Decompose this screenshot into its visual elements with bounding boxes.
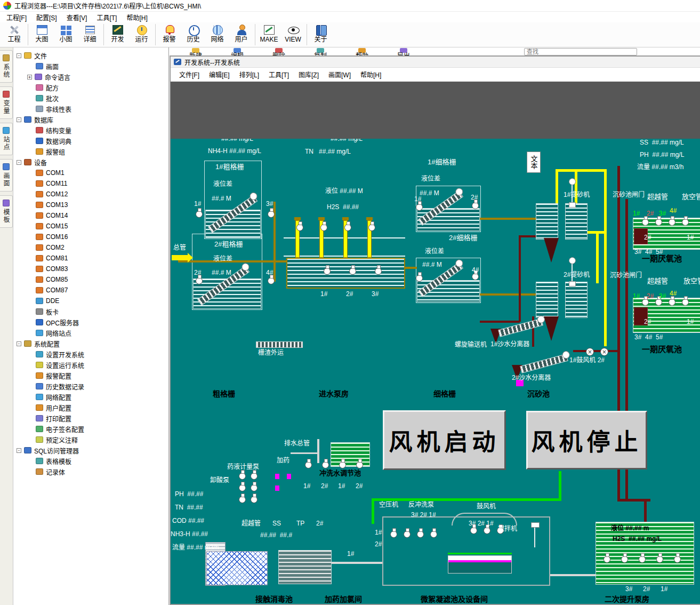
device-icon bbox=[24, 159, 31, 165]
content-toolbar-编辑[interactable]: 编辑 bbox=[216, 47, 258, 55]
tree-item-记录体[interactable]: 记录体 bbox=[13, 466, 168, 477]
main-toolbar: 工程大图小图详细开发运行报警历史网络用户MAKEVIEW关于 bbox=[0, 22, 700, 47]
tree-expander[interactable]: - bbox=[17, 448, 21, 453]
dev-menu-item[interactable]: 工具[T] bbox=[264, 69, 293, 80]
dev-menu-item[interactable]: 排列[L] bbox=[235, 69, 263, 80]
tree-item-设置开发系统[interactable]: 设置开发系统 bbox=[13, 349, 168, 360]
menu-item[interactable]: 帮助[H] bbox=[122, 12, 151, 23]
tree-item-批次[interactable]: 批次 bbox=[13, 93, 168, 104]
tree-item-电子签名配置[interactable]: 电子签名配置 bbox=[13, 424, 168, 434]
pump bbox=[682, 219, 689, 226]
dev-menu-item[interactable]: 图库[Z] bbox=[294, 69, 323, 80]
tree-item-报警组[interactable]: 报警组 bbox=[13, 146, 168, 157]
tree-item-网络站点[interactable]: 网络站点 bbox=[13, 328, 168, 338]
tree-item-网络配置[interactable]: 网络配置 bbox=[13, 392, 168, 402]
tree-item-用户配置[interactable]: 用户配置 bbox=[13, 402, 168, 413]
tree-expander[interactable]: + bbox=[27, 75, 32, 79]
tree-item-报警配置[interactable]: 报警配置 bbox=[13, 370, 168, 381]
scada-canvas[interactable]: 文本 风机启动 风机停止 ##.## mg/L##.## mg/LNH4-H #… bbox=[171, 139, 700, 604]
side-tab-站点[interactable]: 站点 bbox=[0, 123, 13, 155]
tree-label: SQL访问管理器 bbox=[34, 446, 79, 455]
net-cfg-icon bbox=[36, 394, 43, 400]
tree-item-数据词典[interactable]: 数据词典 bbox=[13, 136, 168, 146]
tree-item-历史数据记录[interactable]: 历史数据记录 bbox=[13, 381, 168, 392]
canvas-label: 2# bbox=[647, 210, 654, 218]
dev-window-titlebar[interactable]: 开发系统--开发系统 bbox=[171, 57, 700, 68]
user-button[interactable]: 用户 bbox=[229, 23, 253, 43]
tree-item-COM87[interactable]: COM87 bbox=[13, 285, 168, 296]
side-tab-变量[interactable]: 变量 bbox=[0, 86, 13, 119]
pump bbox=[472, 202, 479, 209]
about-button[interactable]: 关于 bbox=[309, 23, 333, 43]
menu-item[interactable]: 工具[T] bbox=[92, 12, 121, 23]
side-tab-系统[interactable]: 系统 bbox=[0, 50, 13, 83]
tree-item-设置运行系统[interactable]: 设置运行系统 bbox=[13, 360, 168, 370]
tree-item-设备[interactable]: -设备 bbox=[13, 157, 168, 168]
tree-item-系统配置[interactable]: -系统配置 bbox=[13, 338, 168, 349]
cap bbox=[294, 217, 301, 220]
net-button[interactable]: 网络 bbox=[205, 23, 229, 43]
tree-item-COM81[interactable]: COM81 bbox=[13, 253, 168, 264]
side-tab-模板[interactable]: 模板 bbox=[0, 195, 13, 228]
fan-start-button[interactable]: 风机启动 bbox=[383, 410, 506, 470]
side-tab-画面[interactable]: 画面 bbox=[0, 159, 13, 192]
tree-item-命令语言[interactable]: +命令语言 bbox=[13, 71, 168, 82]
tree-item-COM16[interactable]: COM16 bbox=[13, 232, 168, 242]
tree-item-COM2[interactable]: COM2 bbox=[13, 242, 168, 253]
fan-stop-button[interactable]: 风机停止 bbox=[526, 411, 647, 469]
search-input[interactable] bbox=[524, 48, 637, 55]
tree-item-COM14[interactable]: COM14 bbox=[13, 210, 168, 221]
view-button[interactable]: VIEW bbox=[281, 23, 305, 43]
content-toolbar-导出[interactable]: 导出 bbox=[383, 47, 424, 55]
tree-item-COM11[interactable]: COM11 bbox=[13, 178, 168, 189]
alarm-button[interactable]: 报警 bbox=[157, 23, 181, 43]
menu-item[interactable]: 配置[S] bbox=[32, 12, 61, 23]
tree-item-OPC服务器[interactable]: OPC服务器 bbox=[13, 317, 168, 328]
canvas-label: 2# bbox=[356, 483, 363, 490]
hist-button[interactable]: 历史 bbox=[181, 23, 205, 43]
tree-expander[interactable]: - bbox=[17, 341, 21, 346]
small-button[interactable]: 小图 bbox=[54, 23, 78, 43]
menu-item[interactable]: 查看[V] bbox=[62, 12, 92, 23]
tree-item-COM12[interactable]: COM12 bbox=[13, 189, 168, 200]
content-toolbar-复制[interactable]: 复制 bbox=[300, 47, 341, 55]
menu-item[interactable]: 工程[F] bbox=[2, 12, 31, 23]
content-toolbar-帮助[interactable]: 帮助 bbox=[341, 47, 383, 55]
tree-item-COM15[interactable]: COM15 bbox=[13, 221, 168, 232]
canvas-label: SS ##.## mg/L bbox=[640, 139, 684, 147]
dev-menu-item[interactable]: 编辑[E] bbox=[205, 69, 234, 80]
tree-item-SQL访问管理器[interactable]: -SQL访问管理器 bbox=[13, 445, 168, 456]
dev-menu-item[interactable]: 帮助[H] bbox=[356, 69, 385, 80]
content-toolbar-新建[interactable]: 新建 bbox=[175, 47, 216, 55]
tree-expander[interactable]: - bbox=[17, 160, 21, 165]
tree-item-COM85[interactable]: COM85 bbox=[13, 274, 168, 285]
tree-expander[interactable]: - bbox=[17, 117, 21, 122]
canvas-label: 3# bbox=[659, 293, 666, 300]
content-toolbar-删除[interactable]: 删除 bbox=[258, 47, 300, 55]
struct-var-icon bbox=[36, 127, 43, 133]
detail-button[interactable]: 详细 bbox=[78, 23, 102, 43]
tree-item-COM1[interactable]: COM1 bbox=[13, 168, 168, 178]
dev-menu-item[interactable]: 画面[W] bbox=[324, 69, 355, 80]
big-button[interactable]: 大图 bbox=[30, 23, 54, 43]
run-button[interactable]: 运行 bbox=[130, 23, 154, 43]
tree-expander[interactable]: - bbox=[17, 53, 21, 58]
tree-item-非线性表[interactable]: 非线性表 bbox=[13, 104, 168, 114]
text-object[interactable]: 文本 bbox=[527, 152, 541, 173]
tree-item-结构变量[interactable]: 结构变量 bbox=[13, 125, 168, 136]
tree-item-板卡[interactable]: 板卡 bbox=[13, 306, 168, 317]
tree-item-DDE[interactable]: DDE bbox=[13, 296, 168, 306]
tree-item-预定义注释[interactable]: 预定义注释 bbox=[13, 434, 168, 445]
dev-menu-item[interactable]: 文件[F] bbox=[175, 69, 204, 80]
tree-item-画面[interactable]: 画面 bbox=[13, 61, 168, 71]
tree-item-配方[interactable]: 配方 bbox=[13, 82, 168, 93]
tree-item-数据库[interactable]: -数据库 bbox=[13, 114, 168, 125]
tools-button[interactable]: 工程 bbox=[2, 23, 26, 43]
tree-item-文件[interactable]: -文件 bbox=[13, 50, 168, 61]
tree-item-COM83[interactable]: COM83 bbox=[13, 264, 168, 274]
dev-button[interactable]: 开发 bbox=[106, 23, 130, 43]
tree-item-COM13[interactable]: COM13 bbox=[13, 200, 168, 210]
tree-item-表格模板[interactable]: 表格模板 bbox=[13, 456, 168, 466]
tree-item-打印配置[interactable]: 打印配置 bbox=[13, 413, 168, 424]
make-button[interactable]: MAKE bbox=[257, 23, 281, 43]
